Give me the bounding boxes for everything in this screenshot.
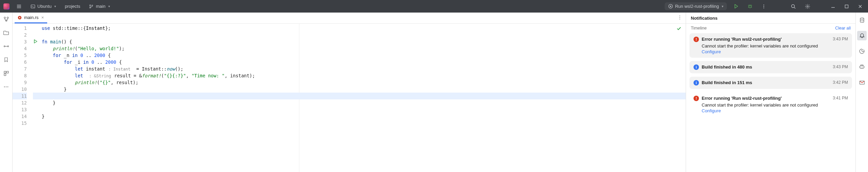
svg-point-21 — [4, 87, 5, 87]
search-icon — [791, 4, 796, 9]
notification-title: Build finished in 480 ms — [702, 64, 830, 70]
svg-point-9 — [763, 7, 764, 8]
gear-icon — [805, 4, 810, 9]
line-number: 13 — [13, 106, 27, 113]
git-branch-selector[interactable]: main ▾ — [87, 3, 112, 10]
window-maximize-button[interactable] — [842, 3, 851, 10]
editor-tab[interactable]: main.rs × — [15, 13, 47, 23]
svg-point-10 — [792, 4, 795, 7]
svg-point-1 — [90, 4, 91, 5]
main-menu-button[interactable] — [14, 3, 24, 10]
notification-card[interactable]: iBuild finished in 151 ms3:42 PM — [689, 77, 852, 89]
line-number: 14 — [13, 113, 27, 120]
settings-button[interactable] — [803, 3, 812, 10]
project-breadcrumb[interactable]: projects — [63, 3, 82, 10]
wsl-distro-label: Ubuntu — [37, 4, 52, 9]
terminal-icon — [31, 4, 35, 9]
ellipsis-icon — [3, 84, 9, 90]
window-minimize-button[interactable] — [829, 3, 837, 10]
code-editor[interactable]: 1 2 3 4 5 6 7 8 9 10 11 12 13 14 15 use … — [13, 24, 686, 172]
notification-message: Cannot start the profiler: kernel variab… — [702, 102, 848, 108]
more-tools-button[interactable] — [2, 83, 10, 91]
clear-all-button[interactable]: Clear all — [835, 26, 851, 31]
type-hint: : &String — [86, 74, 114, 78]
more-actions-button[interactable] — [759, 3, 768, 10]
svg-rect-30 — [860, 66, 864, 69]
svg-point-8 — [763, 6, 764, 6]
svg-rect-19 — [6, 71, 8, 73]
svg-point-27 — [679, 17, 680, 18]
notification-card[interactable]: !Error running 'Run wsl2-rust-profiling'… — [689, 92, 852, 117]
tab-filename: main.rs — [24, 15, 39, 20]
notification-action-link[interactable]: Configure — [702, 108, 848, 113]
timeline-label: Timeline — [691, 26, 707, 31]
notification-time: 3:41 PM — [833, 96, 848, 100]
window-close-button[interactable] — [856, 3, 865, 10]
project-tool-button[interactable] — [2, 29, 10, 36]
svg-point-6 — [749, 5, 751, 8]
type-hint: : Instant — [105, 67, 133, 72]
svg-point-7 — [763, 4, 764, 5]
editor-tabs: main.rs × — [13, 13, 686, 24]
gmail-tool-button[interactable] — [857, 78, 867, 87]
line-number: 8 — [13, 72, 27, 79]
notification-title: Error running 'Run wsl2-rust-profiling' — [702, 96, 830, 101]
folder-icon — [3, 30, 9, 36]
copilot-tool-button[interactable] — [857, 62, 867, 72]
wsl-distro-selector[interactable]: Ubuntu ▾ — [29, 3, 58, 10]
notification-list: !Error running 'Run wsl2-rust-profiling'… — [686, 32, 855, 118]
info-icon: i — [694, 80, 699, 85]
kebab-icon — [677, 15, 682, 20]
svg-rect-18 — [4, 71, 6, 73]
chevron-down-icon: ▾ — [54, 4, 56, 8]
line-number: 15 — [13, 120, 27, 127]
line-number: 4 — [13, 45, 27, 52]
maximize-icon — [844, 4, 849, 9]
rust-file-icon — [17, 15, 22, 20]
ide-logo-icon — [3, 3, 10, 9]
notification-action-link[interactable]: Configure — [702, 49, 848, 54]
line-number: 5 — [13, 52, 27, 59]
svg-point-17 — [7, 45, 8, 46]
run-button[interactable] — [732, 3, 741, 10]
notification-title: Error running 'Run wsl2-rust-profiling' — [702, 37, 830, 42]
rust-target-icon — [668, 4, 673, 9]
copilot-icon — [859, 64, 865, 70]
notification-card[interactable]: iBuild finished in 480 ms3:43 PM — [689, 61, 852, 73]
svg-point-31 — [861, 66, 861, 67]
ai-tool-button[interactable] — [857, 46, 867, 56]
close-icon — [858, 4, 863, 9]
notifications-tool-button[interactable] — [857, 31, 867, 40]
svg-rect-0 — [31, 5, 35, 8]
bell-icon — [859, 33, 865, 39]
editor-pane: main.rs × 1 2 3 4 5 6 7 8 9 10 11 1 — [13, 13, 686, 172]
notification-card[interactable]: !Error running 'Run wsl2-rust-profiling'… — [689, 33, 852, 58]
line-number: 7 — [13, 65, 27, 72]
svg-point-11 — [807, 5, 808, 7]
bookmarks-tool-button[interactable] — [2, 56, 10, 63]
notification-time: 3:42 PM — [833, 80, 848, 85]
error-icon: ! — [694, 37, 699, 42]
svg-rect-12 — [845, 5, 848, 8]
svg-point-22 — [6, 87, 6, 87]
minimize-icon — [831, 4, 835, 9]
bug-icon — [747, 4, 753, 9]
structure-tool-button[interactable] — [2, 42, 10, 50]
left-tool-rail — [0, 13, 13, 172]
notification-time: 3:43 PM — [833, 64, 848, 69]
cubes-icon — [3, 71, 9, 76]
error-icon: ! — [694, 96, 699, 101]
database-tool-button[interactable] — [857, 15, 867, 25]
build-tool-button[interactable] — [2, 70, 10, 77]
debug-button[interactable] — [745, 3, 755, 10]
line-number: 10 — [13, 86, 27, 93]
line-number: 1 — [13, 25, 27, 32]
code-content[interactable]: use std::time::{Instant}; fn main() { pr… — [33, 24, 686, 172]
run-configuration-selector[interactable]: Run wsl2-rust-profiling ▾ — [665, 2, 727, 10]
vcs-tool-button[interactable] — [2, 15, 10, 23]
tabs-more-button[interactable] — [677, 15, 682, 21]
notification-title: Build finished in 151 ms — [702, 80, 830, 85]
tab-close-button[interactable]: × — [41, 15, 45, 20]
svg-point-29 — [860, 18, 864, 19]
search-everywhere-button[interactable] — [789, 3, 798, 10]
